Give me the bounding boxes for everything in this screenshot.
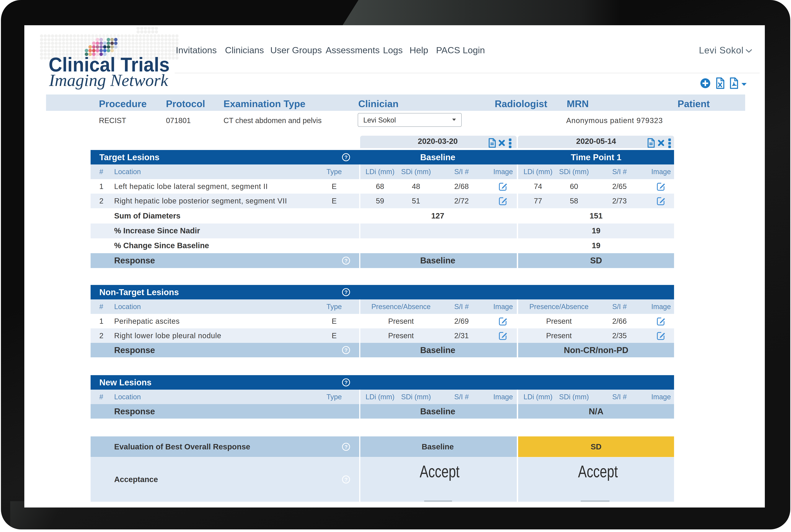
svg-text:?: ? bbox=[344, 347, 347, 353]
svg-text:?: ? bbox=[344, 444, 347, 450]
svg-text:?: ? bbox=[344, 258, 347, 264]
svg-text:?: ? bbox=[344, 154, 347, 160]
svg-text:?: ? bbox=[344, 477, 347, 482]
svg-text:?: ? bbox=[344, 289, 347, 295]
svg-text:?: ? bbox=[344, 380, 347, 385]
